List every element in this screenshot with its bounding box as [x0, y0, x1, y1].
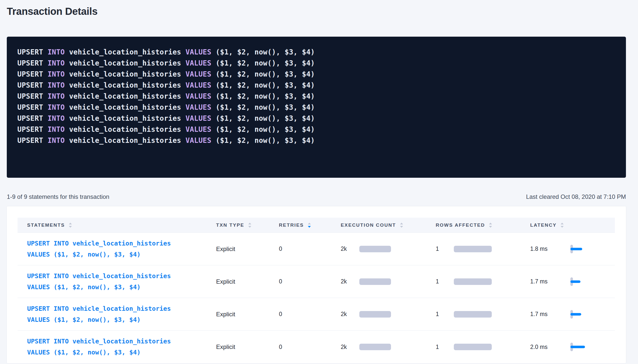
- column-header[interactable]: TXN TYPE: [214, 222, 274, 228]
- retries-cell: 0: [274, 344, 337, 350]
- retries-value: 0: [279, 246, 282, 252]
- sql-table-name: vehicle_location_histories: [69, 81, 181, 89]
- retries-cell: 0: [274, 246, 337, 252]
- statement-line-2: VALUES ($1, $2, now(), $3, $4): [27, 347, 214, 358]
- execution-count-bar: [359, 246, 391, 252]
- statement-line-1: UPSERT INTO vehicle_location_histories: [27, 303, 214, 314]
- column-header[interactable]: STATEMENTS: [18, 222, 214, 228]
- sort-asc-icon[interactable]: [400, 223, 403, 224]
- sort-desc-icon[interactable]: [69, 226, 72, 228]
- txn-type-cell: Explicit: [214, 246, 274, 253]
- sql-statement-line: UPSERT INTO vehicle_location_histories V…: [17, 47, 615, 58]
- sql-keyword: UPSERT: [17, 70, 43, 78]
- sql-keyword: INTO: [47, 114, 65, 123]
- retries-cell: 0: [274, 278, 337, 285]
- sort-icons: [248, 223, 251, 228]
- rows-affected-cell: 1: [432, 278, 525, 285]
- sql-keyword: INTO: [47, 125, 65, 134]
- execution-count-cell: 2k: [337, 311, 432, 318]
- execution-count-bar: [359, 278, 391, 285]
- execution-count-bar: [359, 344, 391, 350]
- column-header[interactable]: RETRIES: [274, 222, 337, 228]
- last-cleared-text: Last cleared Oct 08, 2020 at 7:10 PM: [526, 193, 626, 200]
- execution-count-cell: 2k: [337, 278, 432, 285]
- sql-keyword: UPSERT: [17, 125, 43, 134]
- statement-cell: UPSERT INTO vehicle_location_histories V…: [18, 238, 214, 260]
- txn-type-value: Explicit: [216, 311, 235, 318]
- sql-args: ($1, $2, now(), $3, $4): [216, 103, 315, 111]
- statement-link[interactable]: UPSERT INTO vehicle_location_histories V…: [27, 303, 214, 325]
- rows-affected-bar: [454, 246, 492, 252]
- statement-line-2: VALUES ($1, $2, now(), $3, $4): [27, 282, 214, 293]
- column-header[interactable]: ROWS AFFECTED: [432, 222, 525, 228]
- statement-link[interactable]: UPSERT INTO vehicle_location_histories V…: [27, 238, 214, 260]
- sort-icons: [308, 223, 311, 228]
- statement-link[interactable]: UPSERT INTO vehicle_location_histories V…: [27, 336, 214, 358]
- sql-table-name: vehicle_location_histories: [69, 70, 181, 78]
- sql-statement-line: UPSERT INTO vehicle_location_histories V…: [17, 69, 615, 80]
- sql-statements-box: UPSERT INTO vehicle_location_histories V…: [7, 37, 626, 178]
- rows-affected-bar: [454, 311, 492, 318]
- retries-value: 0: [279, 311, 282, 317]
- sql-args: ($1, $2, now(), $3, $4): [216, 136, 315, 145]
- execution-count-bar: [359, 311, 391, 318]
- sql-keyword: UPSERT: [17, 92, 43, 100]
- rows-affected-cell: 1: [432, 246, 525, 252]
- sql-keyword: UPSERT: [17, 136, 43, 145]
- sql-table-name: vehicle_location_histories: [69, 92, 181, 100]
- rows-affected-value: 1: [436, 344, 450, 350]
- execution-count-cell: 2k: [337, 246, 432, 252]
- sql-table-name: vehicle_location_histories: [69, 103, 181, 111]
- sql-table-name: vehicle_location_histories: [69, 125, 181, 134]
- rows-affected-cell: 1: [432, 311, 525, 318]
- sql-keyword: VALUES: [185, 81, 211, 89]
- statement-link[interactable]: UPSERT INTO vehicle_location_histories V…: [27, 271, 214, 293]
- column-header[interactable]: LATENCY: [525, 222, 615, 228]
- sql-statement-line: UPSERT INTO vehicle_location_histories V…: [17, 113, 615, 124]
- retries-value: 0: [279, 344, 282, 350]
- latency-bar-value: [570, 248, 582, 250]
- execution-count-value: 2k: [341, 278, 355, 285]
- sort-asc-icon[interactable]: [248, 223, 251, 224]
- sort-desc-icon[interactable]: [561, 226, 564, 228]
- latency-cell: 2.0 ms: [525, 342, 615, 352]
- sql-keyword: UPSERT: [17, 114, 43, 123]
- rows-affected-value: 1: [436, 246, 450, 252]
- sql-keyword: VALUES: [185, 59, 211, 67]
- latency-bar-value: [570, 280, 580, 283]
- sort-asc-icon[interactable]: [561, 223, 564, 224]
- sql-args: ($1, $2, now(), $3, $4): [216, 125, 315, 134]
- latency-value: 1.7 ms: [530, 278, 567, 285]
- sort-icons: [69, 223, 72, 228]
- execution-count-value: 2k: [341, 311, 355, 318]
- execution-count-cell: 2k: [337, 344, 432, 350]
- sort-asc-icon[interactable]: [69, 223, 72, 224]
- latency-bar-value: [570, 313, 581, 316]
- sql-keyword: INTO: [47, 103, 65, 111]
- rows-affected-cell: 1: [432, 344, 525, 350]
- execution-count-value: 2k: [341, 246, 355, 252]
- rows-affected-value: 1: [436, 278, 450, 285]
- sort-desc-icon[interactable]: [248, 226, 251, 228]
- latency-bar: [570, 342, 591, 352]
- sql-keyword: VALUES: [185, 48, 211, 56]
- sort-asc-icon[interactable]: [308, 223, 311, 224]
- column-header[interactable]: EXECUTION COUNT: [337, 222, 432, 228]
- sql-keyword: UPSERT: [17, 48, 43, 56]
- sort-asc-icon[interactable]: [489, 223, 492, 224]
- sort-desc-icon[interactable]: [489, 226, 492, 228]
- retries-cell: 0: [274, 311, 337, 318]
- latency-value: 1.8 ms: [530, 246, 567, 252]
- statement-line-2: VALUES ($1, $2, now(), $3, $4): [27, 314, 214, 325]
- sql-keyword: INTO: [47, 70, 65, 78]
- sql-statement-line: UPSERT INTO vehicle_location_histories V…: [17, 124, 615, 135]
- sql-table-name: vehicle_location_histories: [69, 136, 181, 145]
- sql-keyword: UPSERT: [17, 59, 43, 67]
- statement-line-1: UPSERT INTO vehicle_location_histories: [27, 336, 214, 347]
- sort-desc-icon[interactable]: [400, 226, 403, 228]
- sql-statement-line: UPSERT INTO vehicle_location_histories V…: [17, 80, 615, 91]
- statements-count-text: 1-9 of 9 statements for this transaction: [7, 193, 109, 200]
- statement-line-1: UPSERT INTO vehicle_location_histories: [27, 238, 214, 249]
- latency-cell: 1.7 ms: [525, 309, 615, 319]
- sort-desc-icon[interactable]: [308, 226, 311, 228]
